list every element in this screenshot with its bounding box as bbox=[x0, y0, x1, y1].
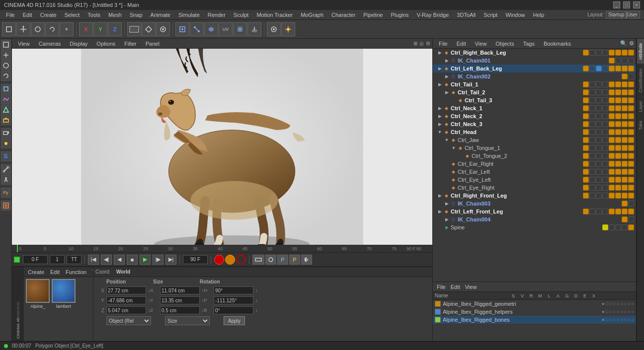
frame-step-input[interactable] bbox=[50, 255, 65, 264]
menu-snap[interactable]: Snap bbox=[126, 11, 147, 19]
vtab-layer[interactable]: Layer bbox=[637, 96, 644, 116]
obj-menu-file[interactable]: File bbox=[435, 40, 452, 48]
tree-row-ctrl-left-front-leg[interactable]: ▶ ◆ Ctrl_Left_Front_Leg bbox=[433, 208, 636, 215]
menu-3dtoall[interactable]: 3DToAll bbox=[453, 11, 480, 19]
goto-start-button[interactable]: |◀ bbox=[88, 255, 99, 265]
timeline-ruler[interactable]: 0 5 10 15 20 25 30 35 40 45 50 55 60 65 … bbox=[12, 245, 432, 253]
scale-tool-button[interactable] bbox=[31, 22, 45, 36]
attr-menu-file[interactable]: File bbox=[435, 284, 448, 290]
menu-mograph[interactable]: MoGraph bbox=[297, 11, 327, 19]
menu-plugins[interactable]: Plugins bbox=[387, 11, 412, 19]
menu-create[interactable]: Create bbox=[36, 11, 61, 19]
apply-button[interactable]: Apply bbox=[224, 316, 245, 325]
point-mode-button[interactable] bbox=[175, 22, 189, 36]
motion-mode-button[interactable] bbox=[252, 255, 264, 265]
select-tool-button[interactable]: + bbox=[60, 22, 74, 36]
layout-value[interactable]: Startup [User bbox=[606, 11, 640, 18]
x-axis-button[interactable]: X bbox=[79, 22, 93, 36]
toggle-ctrl-left-front-leg[interactable]: ▶ bbox=[437, 209, 443, 214]
obj-menu-bookmarks[interactable]: Bookmarks bbox=[540, 40, 575, 48]
toggle-ctrl-left-back-leg[interactable]: ▶ bbox=[437, 66, 443, 71]
tree-row-ctrl-head[interactable]: ▼ ◆ Ctrl_Head bbox=[433, 128, 636, 136]
playhead[interactable] bbox=[17, 245, 18, 252]
tree-row-ctrl-eye-left[interactable]: ▶ ◆ Ctrl_Eye_Left bbox=[433, 176, 636, 184]
mat-menu-function[interactable]: Function bbox=[64, 269, 88, 275]
edge-mode-button[interactable] bbox=[190, 22, 204, 36]
menu-render[interactable]: Render bbox=[204, 11, 230, 19]
menu-select[interactable]: Select bbox=[61, 11, 84, 19]
obj-menu-objects[interactable]: Objects bbox=[491, 40, 518, 48]
tree-row-ctrl-right-back-leg[interactable]: ▶ ◆ Ctrl_Right_Back_Leg bbox=[433, 49, 636, 57]
vp-menu-cameras[interactable]: Cameras bbox=[35, 40, 65, 48]
size-x-input[interactable] bbox=[160, 286, 200, 294]
vtab-attribute[interactable]: Attribute bbox=[637, 39, 644, 64]
polygon-mode-button[interactable] bbox=[204, 22, 218, 36]
model-mode-button[interactable] bbox=[2, 22, 16, 36]
rot-p-input[interactable] bbox=[214, 296, 253, 304]
mat-alpine-thumb[interactable] bbox=[26, 279, 50, 303]
lt-deformer[interactable] bbox=[1, 115, 11, 125]
lt-generator[interactable] bbox=[1, 105, 11, 115]
toggle-ctrl-neck-1[interactable]: ▶ bbox=[437, 105, 443, 111]
z-axis-button[interactable]: Z bbox=[108, 22, 122, 36]
toggle-ik-chain002[interactable]: ▶ bbox=[444, 73, 450, 79]
vtab-coordinates[interactable]: Coordinates bbox=[637, 64, 644, 97]
render-button[interactable] bbox=[142, 22, 156, 36]
sound-button[interactable] bbox=[301, 255, 312, 265]
vtab-take[interactable]: Take bbox=[637, 116, 644, 134]
texture-mode-button[interactable] bbox=[233, 22, 247, 36]
lt-scale[interactable] bbox=[1, 61, 11, 70]
obj-menu-view[interactable]: View bbox=[471, 40, 491, 48]
obj-row-geometry[interactable]: Alpine_Ibex_Rigged_geometri ● □ □ ○ ○ ○ … bbox=[433, 300, 636, 308]
lt-light[interactable] bbox=[1, 139, 11, 148]
prev-key-button[interactable]: ◀| bbox=[101, 255, 112, 265]
stop-button[interactable]: ■ bbox=[127, 255, 138, 265]
lt-python[interactable]: Py bbox=[1, 188, 11, 198]
vp-menu-view[interactable]: View bbox=[14, 40, 34, 48]
y-axis-button[interactable]: Y bbox=[93, 22, 107, 36]
vp-menu-options[interactable]: Options bbox=[92, 40, 119, 48]
object-list[interactable]: Alpine_Ibex_Rigged_geometri ● □ □ ○ ○ ○ … bbox=[433, 300, 636, 341]
snap-button[interactable] bbox=[267, 22, 281, 36]
close-button[interactable]: × bbox=[633, 1, 640, 8]
size-y-input[interactable] bbox=[160, 296, 200, 304]
lt-camera[interactable] bbox=[1, 128, 11, 138]
timeline-button[interactable]: P bbox=[277, 255, 288, 265]
play-reverse-button[interactable]: ◀ bbox=[114, 255, 125, 265]
rot-b-input[interactable] bbox=[214, 306, 253, 314]
menu-simulate[interactable]: Simulate bbox=[174, 11, 204, 19]
key-all-button[interactable] bbox=[225, 255, 235, 265]
obj-row-helpers[interactable]: Alpine_Ibex_Rigged_helpers ● □ ○ ○ ○ ○ ○… bbox=[433, 308, 636, 316]
toggle-ctrl-tail-1[interactable]: ▶ bbox=[437, 81, 443, 87]
menu-help[interactable]: Help bbox=[529, 11, 549, 19]
end-frame-input[interactable] bbox=[183, 255, 208, 264]
obj-menu-edit[interactable]: Edit bbox=[453, 40, 470, 48]
rot-h-input[interactable] bbox=[214, 286, 253, 294]
menu-edit[interactable]: Edit bbox=[19, 11, 36, 19]
menu-mesh[interactable]: Mesh bbox=[104, 11, 126, 19]
motion-clip-button[interactable]: P bbox=[289, 255, 300, 265]
toggle-ik-chain003[interactable]: ▶ bbox=[444, 201, 450, 207]
tree-row-ctrl-eye-right[interactable]: ▶ ◆ Ctrl_Eye_Right bbox=[433, 184, 636, 192]
pos-z-input[interactable] bbox=[106, 306, 146, 314]
lt-rigging[interactable] bbox=[1, 175, 11, 185]
tree-row-ik-chain002[interactable]: ▶ ⬡ IK_Chain002 bbox=[433, 72, 636, 80]
tree-row-ctrl-jaw[interactable]: ▼ ◆ Ctrl_Jaw bbox=[433, 136, 636, 144]
lt-spline[interactable] bbox=[1, 94, 11, 104]
toggle-ctrl-tongue-1[interactable]: ▼ bbox=[451, 145, 457, 151]
render-region-button[interactable] bbox=[127, 22, 141, 36]
obj-menu-tags[interactable]: Tags bbox=[519, 40, 539, 48]
coord-mode-select[interactable]: Object (Rel bbox=[106, 316, 151, 325]
lt-rotate[interactable] bbox=[1, 71, 11, 81]
uv-mode-button[interactable]: UV bbox=[219, 22, 233, 36]
toggle-ctrl-neck-3[interactable]: ▶ bbox=[437, 121, 443, 127]
tree-row-ik-chain004[interactable]: ▶ ⬡ IK_Chain004 bbox=[433, 215, 636, 223]
key-selection-button[interactable] bbox=[236, 255, 246, 265]
tree-row-ctrl-tail-3[interactable]: ▶ ◆ Ctrl_Tail_3 bbox=[433, 96, 636, 104]
menu-vray[interactable]: V-Ray Bridge bbox=[413, 11, 453, 19]
render-settings-button[interactable] bbox=[156, 22, 170, 36]
keyframe-input[interactable] bbox=[67, 255, 81, 264]
tree-row-ctrl-right-front-leg[interactable]: ▶ ◆ Ctrl_Right_Front_Leg bbox=[433, 192, 636, 200]
mat-lambert-item[interactable]: lambert bbox=[52, 279, 76, 309]
menu-motion-tracker[interactable]: Motion Tracker bbox=[252, 11, 297, 19]
